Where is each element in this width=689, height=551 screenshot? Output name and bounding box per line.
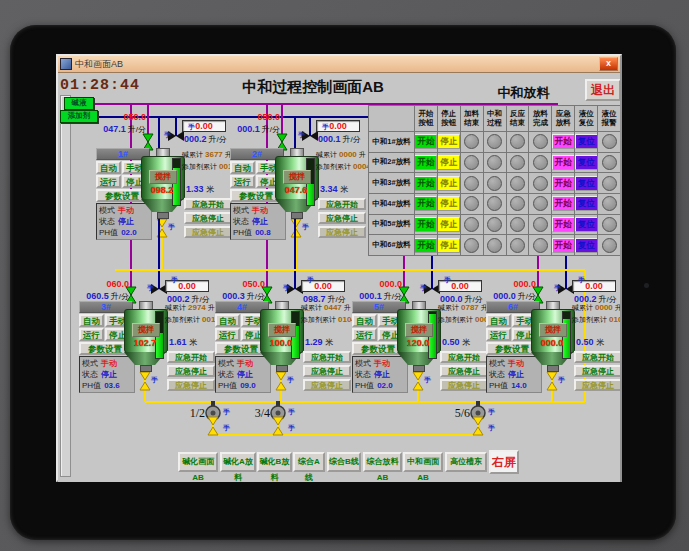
level-readout: 1.33米 — [186, 184, 215, 195]
table-row-label: 中和3#放料 — [368, 172, 414, 193]
agitator-button[interactable]: 搅拌 — [268, 323, 296, 337]
row-start-button[interactable]: 开始 — [414, 155, 436, 170]
row-emergency-button[interactable]: 开始 — [552, 176, 574, 191]
nav-button-7[interactable]: 中和画面AB — [403, 452, 443, 472]
row-stop-button[interactable]: 停止 — [437, 196, 459, 211]
emergency-stop-button[interactable]: 应急停止 — [303, 365, 351, 377]
emergency-stop-button[interactable]: 应急停止 — [574, 365, 620, 377]
row-stop-button[interactable]: 停止 — [437, 176, 459, 191]
nav-button-3[interactable]: 碱化B放料 — [257, 452, 292, 472]
nav-button-8[interactable]: 高位槽东 — [445, 452, 487, 472]
row-start-button[interactable]: 开始 — [414, 196, 436, 211]
row-stop-button[interactable]: 停止 — [437, 134, 459, 149]
ph-value: 02.0 — [377, 380, 393, 391]
exit-button[interactable]: 退出 — [585, 79, 620, 101]
row-emergency-button[interactable]: 开始 — [552, 134, 574, 149]
table-col-header: 应急放料 — [551, 105, 574, 131]
row-reset-button[interactable]: 复位 — [575, 196, 597, 211]
table-col-header: 停止按钮 — [437, 105, 460, 131]
emergency-start-button[interactable]: 应急开始 — [167, 351, 215, 363]
emergency-start-button[interactable]: 应急开始 — [184, 198, 232, 210]
alkali-total: 碱累计3677升 — [182, 150, 232, 160]
ph-value: 00.8 — [255, 227, 271, 238]
mode-label: 模式 — [82, 358, 98, 369]
table-cell: 停止 — [437, 193, 460, 214]
table-cell: 复位 — [574, 172, 597, 193]
flow-actual-line: 047.1升/分 — [90, 122, 146, 135]
level-value: 1.61 — [169, 337, 187, 347]
table-cell — [506, 193, 529, 214]
auto-button[interactable]: 自动 — [96, 161, 121, 174]
status-indicator — [533, 155, 548, 170]
right-screen-button[interactable]: 右屏 — [489, 450, 519, 474]
status-indicator — [464, 196, 479, 211]
col-header-line2: 放料 — [556, 119, 571, 128]
alkali-total-label: 碱累计 — [316, 151, 337, 158]
auto-button[interactable]: 自动 — [486, 314, 511, 327]
emergency-group: 应急开始应急停止应急停止 — [440, 351, 488, 393]
row-start-button[interactable]: 开始 — [414, 217, 436, 232]
table-col-header: 液位报警 — [597, 105, 620, 131]
emergency-start-button[interactable]: 应急开始 — [318, 198, 366, 210]
nav-button-4[interactable]: 综合A线 — [293, 452, 325, 472]
row-emergency-button[interactable]: 开始 — [552, 155, 574, 170]
emergency-stop-button[interactable]: 应急停止 — [184, 212, 232, 224]
manual-flag: 手 — [307, 275, 314, 285]
status-indicator — [510, 196, 525, 211]
agitator-button[interactable]: 搅拌 — [283, 170, 311, 184]
row-stop-button[interactable]: 停止 — [437, 238, 459, 253]
vessel-temp-value: 120.0 — [400, 338, 436, 348]
additive-total-label: 添加剂累计 — [572, 316, 607, 323]
table-cell: 开始 — [414, 172, 437, 193]
emergency-start-button[interactable]: 应急开始 — [303, 351, 351, 363]
nav-button-2[interactable]: 碱化A放料 — [220, 452, 256, 472]
run-button[interactable]: 运行 — [486, 328, 511, 341]
close-icon[interactable]: x — [599, 57, 618, 71]
row-start-button[interactable]: 开始 — [414, 134, 436, 149]
table-cell: 开始 — [551, 214, 574, 235]
agitator-button[interactable]: 搅拌 — [539, 323, 567, 337]
row-stop-button[interactable]: 停止 — [437, 155, 459, 170]
table-cell: 复位 — [574, 152, 597, 173]
run-button[interactable]: 运行 — [79, 328, 104, 341]
agitator-button[interactable]: 搅拌 — [132, 323, 160, 337]
row-stop-button[interactable]: 停止 — [437, 217, 459, 232]
row-reset-button[interactable]: 复位 — [575, 217, 597, 232]
run-button[interactable]: 运行 — [352, 328, 377, 341]
row-reset-button[interactable]: 复位 — [575, 176, 597, 191]
emergency-start-button[interactable]: 应急开始 — [440, 351, 488, 363]
emergency-start-button[interactable]: 应急开始 — [574, 351, 620, 363]
row-reset-button[interactable]: 复位 — [575, 134, 597, 149]
nav-button-1[interactable]: 碱化画面AB — [178, 452, 218, 472]
auto-button[interactable]: 自动 — [79, 314, 104, 327]
row-emergency-button[interactable]: 开始 — [552, 196, 574, 211]
discharge-valve-icon — [473, 427, 483, 435]
auto-button[interactable]: 自动 — [352, 314, 377, 327]
state-label: 状态 — [233, 216, 249, 227]
row-start-button[interactable]: 开始 — [414, 238, 436, 253]
row-start-button[interactable]: 开始 — [414, 176, 436, 191]
status-indicator — [464, 176, 479, 191]
emergency-stop-button[interactable]: 应急停止 — [440, 365, 488, 377]
nav-button-5[interactable]: 综合B线 — [327, 452, 361, 472]
run-button[interactable]: 运行 — [230, 175, 255, 188]
auto-button[interactable]: 自动 — [230, 161, 255, 174]
run-button[interactable]: 运行 — [96, 175, 121, 188]
table-cell: 开始 — [551, 234, 574, 255]
nav-button-6[interactable]: 综合放料AB — [363, 452, 402, 472]
emergency-stop-button[interactable]: 应急停止 — [318, 212, 366, 224]
left-scrollbar[interactable] — [60, 95, 71, 477]
agitator-button[interactable]: 搅拌 — [405, 323, 433, 337]
row-reset-button[interactable]: 复位 — [575, 155, 597, 170]
emergency-stop-button[interactable]: 应急停止 — [167, 365, 215, 377]
discharge-valve-icon — [413, 382, 423, 390]
row-emergency-button[interactable]: 开始 — [552, 238, 574, 253]
row-emergency-button[interactable]: 开始 — [552, 217, 574, 232]
table-col-header: 液位复位 — [574, 105, 597, 131]
row-reset-button[interactable]: 复位 — [575, 238, 597, 253]
flow-actual-line: 000.1升/分 — [224, 122, 280, 135]
run-button[interactable]: 运行 — [215, 328, 240, 341]
agitator-button[interactable]: 搅拌 — [149, 170, 177, 184]
manual-flag: 手 — [168, 222, 175, 232]
auto-button[interactable]: 自动 — [215, 314, 240, 327]
